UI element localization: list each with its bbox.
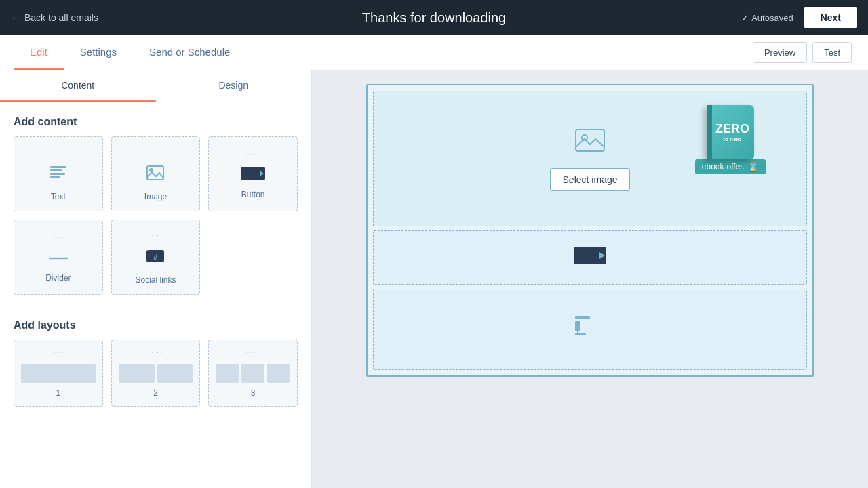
text-icon — [49, 163, 68, 186]
dots-button: ····· — [246, 151, 260, 157]
button-icon — [241, 165, 265, 184]
layout-item-1[interactable]: ····· 1 — [14, 340, 103, 407]
text-block-icon — [575, 319, 605, 344]
content-grid: ····· Text ····· — [0, 136, 311, 295]
dots-image: ····· — [149, 149, 163, 155]
dots-divider: ····· — [51, 235, 65, 241]
content-item-social-links[interactable]: ····· # Social links — [111, 220, 201, 295]
tab-edit-label: Edit — [30, 46, 47, 58]
layout-item-3[interactable]: ····· 3 — [208, 340, 298, 407]
ebook-zero-text: ZERO — [715, 122, 749, 136]
layout-col-3a — [216, 364, 239, 383]
subnav-actions: Preview Test — [753, 42, 852, 63]
button-label: Button — [241, 190, 265, 199]
checkmark-icon: ✓ — [741, 13, 749, 23]
divider-label: Divider — [45, 273, 71, 283]
tab-settings[interactable]: Settings — [64, 35, 133, 70]
tab-design[interactable]: Design — [156, 70, 312, 102]
svg-rect-4 — [147, 166, 163, 180]
content-item-button[interactable]: ····· Button — [208, 136, 298, 211]
text-label: Text — [51, 192, 66, 201]
layout-col-2b — [157, 364, 193, 383]
back-label: Back to all emails — [24, 12, 98, 23]
svg-rect-3 — [50, 176, 60, 178]
svg-rect-1 — [50, 169, 62, 171]
button-block-icon — [574, 247, 606, 269]
tab-send-or-schedule[interactable]: Send or Schedule — [133, 35, 246, 70]
email-block-image[interactable]: Select image ZERO to hero ebook-offer. ⌛ — [373, 91, 807, 226]
ebook-subtitle: to hero — [723, 136, 741, 143]
button-block-content — [574, 247, 606, 269]
layout-col-3b — [241, 364, 264, 383]
layout-label-3: 3 — [251, 388, 256, 398]
dots-layout-1: ····· — [51, 350, 65, 356]
tab-content[interactable]: Content — [0, 70, 156, 102]
layout-col-3c — [267, 364, 290, 383]
image-icon — [146, 163, 165, 186]
tab-edit[interactable]: Edit — [14, 35, 64, 70]
layout-item-2[interactable]: ····· 2 — [111, 340, 201, 407]
page-title: Thanks for downloading — [362, 10, 506, 26]
topbar: ← Back to all emails Thanks for download… — [0, 0, 868, 35]
left-panel: Content Design Add content ····· — [0, 70, 312, 488]
back-arrow-icon: ← — [11, 12, 20, 23]
image-label: Image — [144, 192, 167, 201]
add-content-heading: Add content — [0, 102, 311, 136]
svg-text:#: # — [153, 253, 157, 261]
ebook-container: ZERO to hero ebook-offer. ⌛ — [695, 105, 766, 174]
layout-label-1: 1 — [56, 388, 60, 398]
layout-preview-1 — [21, 364, 96, 383]
add-layouts-heading: Add layouts — [0, 306, 311, 340]
content-item-divider[interactable]: ····· Divider — [14, 220, 103, 295]
svg-rect-15 — [575, 316, 590, 319]
layouts-grid: ····· 1 ····· 2 ····· — [0, 340, 311, 407]
tab-send-or-schedule-label: Send or Schedule — [149, 46, 230, 58]
divider-icon — [49, 249, 68, 268]
content-tab-label: Content — [61, 80, 94, 91]
tab-settings-label: Settings — [80, 46, 117, 58]
ebook-cover: ZERO to hero — [707, 105, 754, 159]
topbar-right: ✓ Autosaved Next — [741, 7, 857, 28]
ebook-spine — [707, 105, 712, 159]
cursor-icon: ⌛ — [747, 161, 759, 172]
layout-col-1 — [21, 364, 96, 383]
dots-social: ····· — [149, 232, 163, 239]
photo-icon — [575, 127, 605, 160]
design-tab-label: Design — [218, 80, 248, 91]
layout-preview-3 — [216, 364, 290, 383]
autosaved-label: Autosaved — [751, 13, 793, 23]
subnav: Edit Settings Send or Schedule Preview T… — [0, 35, 868, 70]
svg-rect-18 — [575, 333, 586, 336]
dots-layout-3: ····· — [246, 350, 260, 356]
subnav-tabs: Edit Settings Send or Schedule — [14, 35, 246, 70]
email-block-text[interactable] — [373, 289, 807, 370]
select-image-button[interactable]: Select image — [550, 168, 631, 191]
svg-rect-11 — [576, 129, 604, 151]
ebook-tooltip-text: ebook-offer. — [702, 162, 745, 171]
social-links-label: Social links — [135, 275, 176, 285]
dots-layout-2: ····· — [149, 350, 163, 356]
social-links-icon: # — [146, 247, 165, 270]
autosaved-indicator: ✓ Autosaved — [741, 13, 793, 23]
svg-point-5 — [149, 168, 153, 172]
preview-button[interactable]: Preview — [753, 42, 807, 63]
dots-text: ····· — [51, 149, 65, 155]
back-to-emails-button[interactable]: ← Back to all emails — [11, 12, 98, 23]
main-layout: Content Design Add content ····· — [0, 70, 868, 488]
content-item-image[interactable]: ····· Image — [111, 136, 201, 211]
email-canvas: Select image ZERO to hero ebook-offer. ⌛ — [366, 84, 814, 377]
next-button[interactable]: Next — [804, 7, 857, 28]
content-item-text[interactable]: ····· Text — [14, 136, 103, 211]
email-block-button[interactable] — [373, 230, 807, 285]
panel-tabs: Content Design — [0, 70, 311, 102]
layout-col-2a — [119, 364, 155, 383]
test-button[interactable]: Test — [812, 42, 852, 63]
text-block-content — [575, 314, 605, 344]
svg-rect-0 — [50, 166, 66, 168]
canvas-area[interactable]: Select image ZERO to hero ebook-offer. ⌛ — [312, 70, 868, 488]
layout-preview-2 — [119, 364, 193, 383]
layout-label-2: 2 — [153, 388, 158, 398]
select-image-area: Select image — [550, 127, 631, 191]
svg-rect-2 — [50, 173, 65, 175]
ebook-tooltip: ebook-offer. ⌛ — [695, 159, 766, 174]
